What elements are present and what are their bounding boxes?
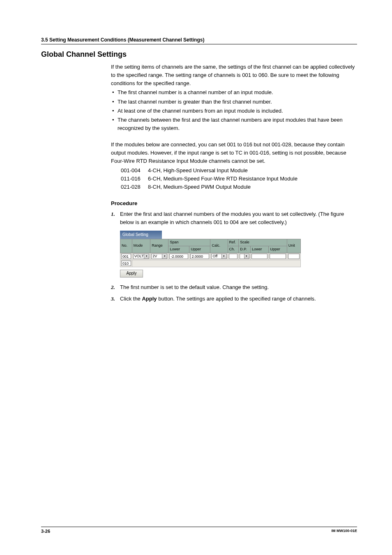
body-content: If the setting items of channels are the… [111, 63, 357, 303]
th-ref: Ref. [228, 239, 239, 246]
doc-id: IM MW100-01E [331, 529, 357, 534]
module-row: 021-028 8-CH, Medium-Speed PWM Output Mo… [121, 183, 357, 191]
module-range: 021-028 [121, 183, 148, 191]
calc-select[interactable]: Off▾ [211, 254, 226, 259]
dp-select[interactable]: ▾ [240, 254, 249, 259]
th-scale-upper: Upper [269, 246, 287, 253]
module-desc: 4-CH, High-Speed Universal Input Module [148, 166, 248, 175]
step-2: 2. The first number is set to the defaul… [111, 283, 357, 291]
mode-select[interactable]: VOLT▾ [133, 254, 149, 259]
step-text: Click the Apply button. The settings are… [120, 296, 316, 302]
step-number: 1. [111, 210, 115, 218]
range-select[interactable]: 2V▾ [151, 254, 167, 259]
th-ref-ch: Ch. [228, 246, 239, 253]
no-input[interactable]: 001 [121, 254, 131, 259]
section-breadcrumb: 3.5 Setting Measurement Conditions (Meas… [41, 37, 357, 44]
th-span-lower: Lower [168, 246, 189, 253]
step-text: The first number is set to the default v… [120, 284, 269, 290]
settings-table: No. Mode Range Span Calc. Ref. Scale Uni… [120, 239, 301, 267]
table-row: 010 [120, 260, 301, 267]
condition-item: At least one of the channel numbers from… [111, 107, 357, 115]
step-number: 3. [111, 295, 115, 303]
ref-input[interactable] [229, 254, 238, 259]
condition-item: The last channel number is greater than … [111, 98, 357, 106]
table-row: 001 VOLT▾ 2V▾ -2.0000 2.0000 Off▾ ▾ [120, 253, 301, 260]
page-title: Global Channel Settings [41, 50, 357, 59]
procedure-steps: 1. Enter the first and last channel numb… [111, 210, 357, 303]
th-unit: Unit [287, 239, 300, 253]
step-1: 1. Enter the first and last channel numb… [111, 210, 357, 278]
th-mode: Mode [132, 239, 150, 253]
module-range: 001-004 [121, 166, 148, 175]
unit-input[interactable] [288, 254, 300, 259]
condition-item: The channels between the first and the l… [111, 116, 357, 132]
module-list: 001-004 4-CH, High-Speed Universal Input… [121, 166, 357, 191]
apply-button[interactable]: Apply [120, 270, 143, 278]
module-desc: 8-CH, Medium-Speed PWM Output Module [148, 183, 251, 191]
scale-lower-input[interactable] [251, 254, 267, 259]
page-footer: 3-26 IM MW100-01E [41, 527, 357, 534]
step-number: 2. [111, 283, 115, 291]
global-setting-panel: Global Setting No. Mode Range Span [120, 231, 301, 277]
step-3: 3. Click the Apply button. The settings … [111, 295, 357, 303]
th-span-upper: Upper [189, 246, 210, 253]
conditions-list: The first channel number is a channel nu… [111, 88, 357, 132]
span-lower-input[interactable]: -2.0000 [169, 254, 188, 259]
chevron-down-icon: ▾ [162, 254, 167, 259]
scale-upper-input[interactable] [270, 254, 286, 259]
th-scale-lower: Lower [250, 246, 268, 253]
note-paragraph: If the modules below are connected, you … [111, 141, 357, 165]
chevron-down-icon: ▾ [244, 254, 249, 259]
chevron-down-icon: ▾ [144, 254, 149, 259]
procedure-heading: Procedure [111, 199, 357, 208]
page-number: 3-26 [41, 529, 50, 534]
module-range: 011-016 [121, 175, 148, 183]
th-scale-dp: D.P. [239, 246, 251, 253]
condition-item: The first channel number is a channel nu… [111, 88, 357, 97]
panel-title: Global Setting [120, 231, 162, 239]
th-scale: Scale [239, 239, 287, 246]
module-desc: 6-CH, Medium-Speed Four-Wire RTD Resista… [148, 175, 297, 183]
th-range: Range [150, 239, 168, 253]
th-no: No. [120, 239, 132, 253]
th-span: Span [168, 239, 210, 246]
th-calc: Calc. [210, 239, 228, 253]
module-row: 001-004 4-CH, High-Speed Universal Input… [121, 166, 357, 175]
intro-paragraph: If the setting items of channels are the… [111, 63, 357, 88]
step-text: Enter the first and last channel numbers… [120, 211, 344, 225]
span-upper-input[interactable]: 2.0000 [190, 254, 209, 259]
module-row: 011-016 6-CH, Medium-Speed Four-Wire RTD… [121, 175, 357, 183]
chevron-down-icon: ▾ [221, 254, 226, 259]
no-input[interactable]: 010 [121, 261, 131, 266]
